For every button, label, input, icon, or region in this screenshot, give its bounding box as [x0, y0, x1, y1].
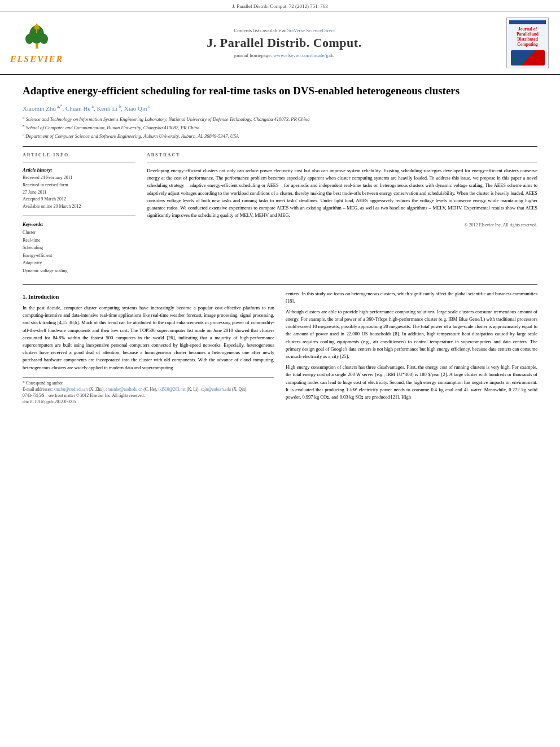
email-xiaomin: xmzhu@nudtedu.cn: [54, 387, 88, 392]
email-xiao: xqin@auburn.edu: [200, 387, 231, 392]
sciverse-text: Contents lists available at: [234, 28, 286, 33]
author-xiaomin: Xiaomin Zhu: [23, 104, 56, 111]
sciverse-line: Contents lists available at SciVerse Sci…: [68, 28, 501, 33]
footnote-doi: doi:10.1016/j.jpdc.2012.03.005: [23, 399, 274, 405]
journal-header: ELSEVIER Contents lists available at Sci…: [0, 12, 560, 75]
svg-rect-4: [34, 28, 40, 29]
affiliation-b: b School of Computer and Communication, …: [23, 123, 537, 132]
body-left-column: 1. Introduction In the past decade, comp…: [23, 290, 274, 405]
author-chuan: Chuan He: [65, 104, 90, 111]
elsevier-logo: ELSEVIER: [11, 22, 62, 64]
footnote-section: * Corresponding author. E-mail addresses…: [23, 377, 274, 405]
history-accepted: Accepted 9 March 2012: [23, 196, 135, 203]
journal-cover-image: Journal ofParallel andDistributedComputi…: [506, 18, 549, 68]
journal-reference: J. Parallel Distrib. Comput. 72 (2012) 7…: [232, 3, 328, 9]
info-divider-mid: [23, 215, 135, 216]
body-col1-para1: In the past decade, computer cluster com…: [23, 304, 274, 372]
author-kenli: Kenli Li: [97, 104, 117, 111]
email-kenli: lkl510@263.net: [158, 387, 185, 392]
abstract-divider: [147, 162, 537, 163]
author-xiao: Xiao Qin: [124, 104, 147, 111]
authors-line: Xiaomin Zhu a,*, Chuan He a, Kenli Li b,…: [23, 104, 537, 112]
abstract-section: ABSTRACT Developing energy-efficient clu…: [147, 152, 537, 275]
svg-point-2: [25, 34, 33, 44]
history-received: Received 24 February 2011: [23, 174, 135, 182]
sciverse-link[interactable]: SciVerse ScienceDirect: [287, 28, 335, 33]
author-sup-c: c: [147, 104, 151, 109]
section1-heading: 1. Introduction: [23, 292, 274, 302]
homepage-text: journal homepage:: [234, 53, 272, 58]
journal-homepage: journal homepage: www.elsevier.com/locat…: [68, 53, 501, 58]
body-divider: [23, 284, 537, 285]
keywords-section: Keywords: Cluster Real-time Scheduling E…: [23, 221, 135, 275]
elsevier-tree-icon: [21, 22, 53, 53]
title-divider: [23, 146, 537, 147]
history-online: Available online 20 March 2012: [23, 203, 135, 211]
svg-rect-6: [36, 29, 37, 33]
footnote-issn: 0743-7315/$ – see front matter © 2012 El…: [23, 392, 274, 399]
cover-blue-bar: [509, 20, 546, 24]
elsevier-brand-name: ELSEVIER: [10, 54, 63, 64]
body-col2-para1: centers. In this study we focus on heter…: [286, 290, 537, 305]
keyword-dvs: Dynamic voltage scaling: [23, 267, 135, 275]
paper-content: Adaptive energy-efficient scheduling for…: [0, 75, 560, 417]
keyword-scheduling: Scheduling: [23, 244, 135, 252]
article-info-abstract-row: ARTICLE INFO Article history: Received 2…: [23, 152, 537, 275]
affiliations: a Science and Technology on Information …: [23, 115, 537, 139]
body-col2-para3: High energy consumption of clusters has …: [286, 364, 537, 401]
body-two-column: 1. Introduction In the past decade, comp…: [23, 290, 537, 405]
top-reference-bar: J. Parallel Distrib. Comput. 72 (2012) 7…: [0, 0, 560, 12]
history-label: Article history:: [23, 167, 135, 173]
author-sup-a1: a,*: [56, 104, 63, 109]
footnote-email: E-mail addresses: xmzhu@nudtedu.cn (X. Z…: [23, 386, 274, 392]
affiliation-c: c Department of Computer Science and Sof…: [23, 132, 537, 140]
history-revised-date: 27 June 2011: [23, 189, 135, 196]
abstract-label: ABSTRACT: [147, 152, 537, 158]
svg-point-3: [40, 34, 48, 44]
abstract-text: Developing energy-efficient clusters not…: [147, 167, 537, 219]
header-center: Contents lists available at SciVerse Sci…: [68, 28, 501, 58]
body-right-column: centers. In this study we focus on heter…: [286, 290, 537, 405]
affiliation-a: a Science and Technology on Information …: [23, 115, 537, 123]
email-chuan: chuanhe@nudtedu.cn: [106, 387, 142, 392]
journal-title-display: J. Parallel Distrib. Comput.: [68, 36, 501, 50]
body-col2-para2: Although clusters are able to provide hi…: [286, 308, 537, 360]
keyword-energy: Energy-efficient: [23, 252, 135, 260]
homepage-link[interactable]: www.elsevier.com/locate/jpdc: [273, 53, 334, 58]
footnote-corresponding: * Corresponding author.: [23, 380, 274, 386]
article-info-label: ARTICLE INFO: [23, 152, 135, 158]
info-divider-top: [23, 162, 135, 163]
history-revised-label: Received in revised form: [23, 182, 135, 189]
copyright-line: © 2012 Elsevier Inc. All rights reserved…: [147, 222, 537, 228]
keywords-label: Keywords:: [23, 221, 135, 227]
svg-marker-5: [34, 23, 40, 28]
cover-title: Journal ofParallel andDistributedComputi…: [517, 27, 539, 47]
article-title: Adaptive energy-efficient scheduling for…: [23, 84, 537, 98]
and-word: and: [134, 365, 141, 370]
keyword-cluster: Cluster: [23, 229, 135, 237]
keyword-adaptivity: Adaptivity: [23, 259, 135, 267]
article-info-column: ARTICLE INFO Article history: Received 2…: [23, 152, 135, 275]
keyword-realtime: Real-time: [23, 237, 135, 244]
